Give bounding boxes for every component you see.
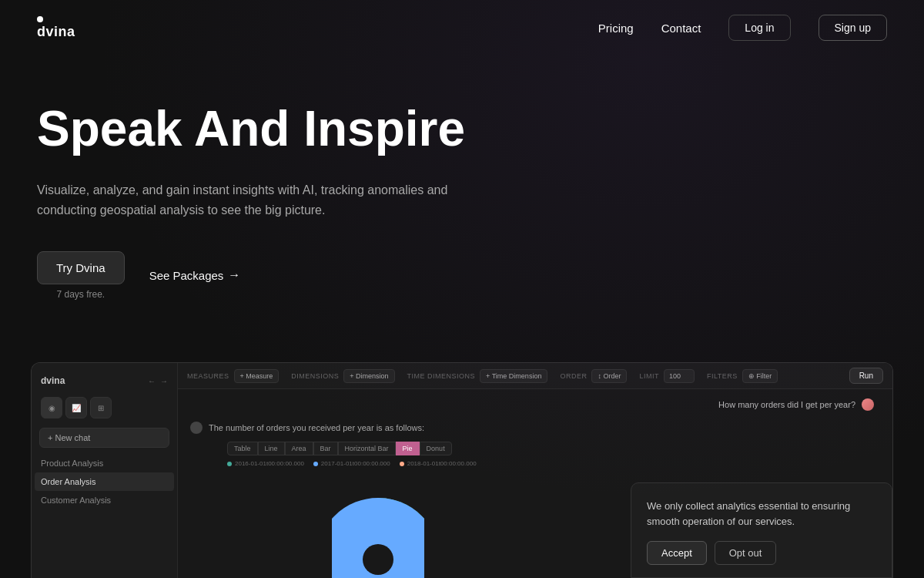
- chart-legend: 2016-01-01t00:00:00.000 2017-01-01t00:00…: [227, 460, 477, 467]
- limit-group: LIMIT: [639, 369, 695, 383]
- chat-answer-text: The number of orders you received per ye…: [209, 423, 424, 432]
- cookie-text: We only collect analytics essential to e…: [647, 499, 876, 529]
- app-toolbar: MEASURES + Measure DIMENSIONS + Dimensio…: [178, 363, 892, 389]
- try-dvina-button[interactable]: Try Dvina: [37, 251, 125, 284]
- try-dvina-note: 7 days free.: [56, 289, 105, 300]
- cookie-banner: We only collect analytics essential to e…: [631, 482, 892, 578]
- legend-item-3: 2018-01-01t00:00:00.000: [400, 460, 477, 467]
- order-group: ORDER ↕ Order: [560, 369, 627, 383]
- measures-group: MEASURES + Measure: [187, 369, 279, 383]
- cookie-actions: Accept Opt out: [647, 541, 876, 565]
- tab-pie[interactable]: Pie: [396, 442, 420, 455]
- table-icon-btn[interactable]: ⊞: [90, 397, 112, 418]
- nav-contact[interactable]: Contact: [661, 22, 701, 35]
- dimensions-group: DIMENSIONS + Dimension: [291, 369, 394, 383]
- hero-section: Speak And Inspire Visualize, analyze, an…: [0, 55, 924, 331]
- add-measure-button[interactable]: + Measure: [234, 369, 280, 383]
- run-button[interactable]: Run: [849, 368, 883, 384]
- logo: dvina: [37, 16, 75, 40]
- see-packages-label: See Packages: [149, 269, 224, 282]
- legend-label-2: 2017-01-01t00:00:00.000: [321, 460, 390, 467]
- add-dimension-button[interactable]: + Dimension: [343, 369, 394, 383]
- new-chat-button[interactable]: + New chat: [39, 428, 169, 448]
- app-preview: dvina ← → ◉ 📈 ⊞ + New chat Product Analy…: [31, 362, 893, 578]
- legend-item-2: 2017-01-01t00:00:00.000: [313, 460, 390, 467]
- filters-label: FILTERS: [707, 372, 738, 380]
- order-label: ORDER: [560, 372, 587, 380]
- legend-item-1: 2016-01-01t00:00:00.000: [227, 460, 304, 467]
- chat-question-text: How many orders did I get per year?: [718, 400, 855, 409]
- pie-chart: [332, 498, 424, 578]
- svg-point-3: [363, 544, 393, 575]
- tab-hbar[interactable]: Horizontal Bar: [338, 442, 396, 455]
- arrow-right-icon: →: [228, 268, 240, 282]
- see-packages-button[interactable]: See Packages →: [149, 268, 241, 282]
- logo-dot: [37, 16, 43, 22]
- hero-title: Speak And Inspire: [37, 102, 887, 156]
- app-logo-text: dvina: [41, 375, 65, 386]
- chart-tabs: Table Line Area Bar Horizontal Bar Pie D…: [227, 442, 477, 455]
- nav-pricing[interactable]: Pricing: [598, 22, 634, 35]
- hero-actions: Try Dvina 7 days free. See Packages →: [37, 251, 887, 300]
- sidebar-item-product[interactable]: Product Analysis: [32, 454, 177, 472]
- sidebar-item-order[interactable]: Order Analysis: [35, 472, 174, 491]
- tab-donut[interactable]: Donut: [420, 442, 452, 455]
- filter-button[interactable]: ⊕ Filter: [742, 369, 778, 383]
- sidebar-item-customer[interactable]: Customer Analysis: [32, 491, 177, 509]
- user-avatar: [862, 398, 874, 411]
- navbar: dvina Pricing Contact Log in Sign up: [0, 0, 924, 55]
- nav-forward-icon[interactable]: →: [160, 377, 168, 385]
- chat-question: How many orders did I get per year?: [190, 398, 880, 411]
- legend-label-1: 2016-01-01t00:00:00.000: [235, 460, 304, 467]
- try-dvina-wrapper: Try Dvina 7 days free.: [37, 251, 125, 300]
- measures-label: MEASURES: [187, 372, 229, 380]
- filters-group: FILTERS ⊕ Filter: [707, 369, 778, 383]
- hero-description: Visualize, analyze, and gain instant ins…: [37, 180, 484, 220]
- signup-button[interactable]: Sign up: [819, 15, 887, 41]
- logo-text: dvina: [37, 24, 75, 40]
- bot-avatar: [190, 422, 203, 434]
- app-logo-bar: dvina ← →: [32, 372, 177, 394]
- chat-icon-btn[interactable]: ◉: [41, 397, 62, 418]
- chat-answer: The number of orders you received per ye…: [190, 420, 880, 467]
- tab-table[interactable]: Table: [227, 442, 258, 455]
- chart-area: [332, 498, 631, 578]
- accept-button[interactable]: Accept: [647, 541, 707, 565]
- tab-area[interactable]: Area: [285, 442, 313, 455]
- app-icon-bar: ◉ 📈 ⊞: [32, 394, 177, 425]
- limit-label: LIMIT: [639, 372, 659, 380]
- legend-dot-2: [313, 462, 318, 466]
- legend-dot-3: [400, 462, 404, 466]
- login-button[interactable]: Log in: [728, 15, 790, 41]
- new-chat-label: + New chat: [48, 433, 90, 442]
- order-button[interactable]: ↕ Order: [591, 369, 627, 383]
- tab-bar[interactable]: Bar: [313, 442, 338, 455]
- legend-dot-1: [227, 462, 232, 466]
- nav-back-icon[interactable]: ←: [148, 377, 156, 385]
- app-sidebar: dvina ← → ◉ 📈 ⊞ + New chat Product Analy…: [32, 363, 178, 578]
- dimensions-label: DIMENSIONS: [291, 372, 339, 380]
- legend-label-3: 2018-01-01t00:00:00.000: [407, 460, 477, 467]
- time-group: TIME DIMENSIONS + Time Dimension: [407, 369, 548, 383]
- nav-links: Pricing Contact Log in Sign up: [598, 15, 887, 41]
- app-logo-nav: ← →: [148, 377, 168, 385]
- limit-input[interactable]: [664, 369, 695, 383]
- chart-icon-btn[interactable]: 📈: [65, 397, 87, 418]
- time-label: TIME DIMENSIONS: [407, 372, 476, 380]
- optout-button[interactable]: Opt out: [715, 541, 777, 565]
- add-time-button[interactable]: + Time Dimension: [480, 369, 547, 383]
- tab-line[interactable]: Line: [258, 442, 285, 455]
